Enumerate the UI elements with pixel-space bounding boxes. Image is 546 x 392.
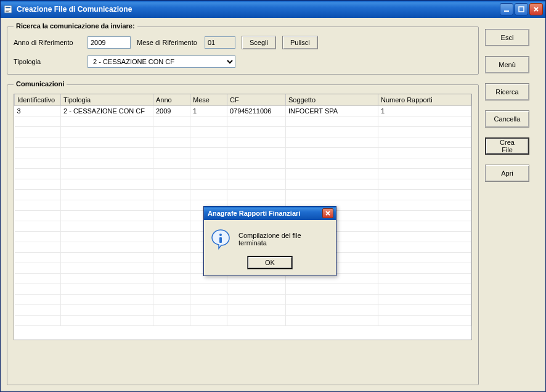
cell-soggetto: INFOCERT SPA xyxy=(286,105,378,116)
cell-tipologia: 2 - CESSAZIONE CON CF xyxy=(61,105,153,116)
svg-rect-5 xyxy=(504,10,509,12)
table-row: . xyxy=(15,158,471,168)
cell-cf: 07945211006 xyxy=(227,105,286,116)
tipologia-select[interactable]: 2 - CESSAZIONE CON CF xyxy=(88,55,235,68)
mese-label: Mese di Riferimento xyxy=(137,39,198,46)
minimize-button[interactable] xyxy=(500,3,513,15)
table-row: . xyxy=(15,294,471,304)
search-legend: Ricerca la comunicazione da inviare: xyxy=(14,22,137,30)
cell-id: 3 xyxy=(15,105,61,116)
table-row: . xyxy=(15,168,471,179)
col-soggetto[interactable]: Soggetto xyxy=(286,94,378,105)
svg-point-11 xyxy=(219,234,222,236)
dialog-titlebar[interactable]: Anagrafe Rapporti Finanziari xyxy=(204,206,336,220)
info-icon xyxy=(210,229,231,250)
close-button[interactable] xyxy=(529,3,543,15)
cancella-button[interactable]: Cancella xyxy=(485,110,529,128)
main-window: Creazione File di Comunicazione Ricerca … xyxy=(0,0,546,392)
svg-rect-4 xyxy=(6,11,9,12)
dialog-ok-button[interactable]: OK xyxy=(247,256,293,269)
client-area: Ricerca la comunicazione da inviare: Ann… xyxy=(1,18,545,391)
apri-button[interactable]: Apri xyxy=(485,165,529,182)
esci-button[interactable]: Esci xyxy=(485,29,529,46)
search-groupbox: Ricerca la comunicazione da inviare: Ann… xyxy=(7,27,479,75)
cell-anno: 2009 xyxy=(153,105,190,116)
svg-rect-6 xyxy=(519,7,524,12)
col-identificativo[interactable]: Identificativo xyxy=(15,94,61,105)
row-tipologia: Tipologia 2 - CESSAZIONE CON CF xyxy=(14,55,472,68)
table-row: . xyxy=(15,304,471,315)
cell-num: 1 xyxy=(378,105,471,116)
anno-input[interactable] xyxy=(88,36,131,49)
app-icon xyxy=(3,4,13,14)
col-tipologia[interactable]: Tipologia xyxy=(61,94,153,105)
col-cf[interactable]: CF xyxy=(227,94,286,105)
pulisci-button[interactable]: Pulisci xyxy=(282,36,318,49)
col-anno[interactable]: Anno xyxy=(153,94,190,105)
dialog-footer: OK xyxy=(204,256,336,276)
svg-rect-12 xyxy=(219,237,222,243)
table-header-row: Identificativo Tipologia Anno Mese CF So… xyxy=(15,94,471,105)
scegli-button[interactable]: Scegli xyxy=(242,36,276,49)
ricerca-button[interactable]: Ricerca xyxy=(485,83,529,100)
table-row: . xyxy=(15,147,471,158)
cell-mese: 1 xyxy=(190,105,227,116)
mese-input[interactable] xyxy=(205,36,235,49)
maximize-button[interactable] xyxy=(515,3,528,15)
titlebar[interactable]: Creazione File di Comunicazione xyxy=(1,1,545,18)
table-row[interactable]: 3 2 - CESSAZIONE CON CF 2009 1 079452110… xyxy=(15,105,471,116)
col-mese[interactable]: Mese xyxy=(190,94,227,105)
anno-label: Anno di Riferimento xyxy=(14,39,81,46)
col-numero-rapporti[interactable]: Numero Rapporti xyxy=(378,94,471,105)
table-row: . xyxy=(15,126,471,137)
info-dialog: Anagrafe Rapporti Finanziari Compilazion… xyxy=(203,206,336,276)
window-title: Creazione File di Comunicazione xyxy=(17,5,499,14)
row-anno-mese: Anno di Riferimento Mese di Riferimento … xyxy=(14,36,472,49)
table-row: . xyxy=(15,284,471,294)
menu-button[interactable]: Menù xyxy=(485,56,529,73)
table-row: . xyxy=(15,189,471,200)
dialog-body: Compilazione del file terminata xyxy=(204,220,336,256)
sidebar: Esci Menù Ricerca Cancella Crea File Apr… xyxy=(485,27,539,385)
crea-file-button[interactable]: Crea File xyxy=(485,137,529,155)
table-row: . xyxy=(15,137,471,147)
dialog-title: Anagrafe Rapporti Finanziari xyxy=(206,210,322,217)
grid-legend: Comunicazioni xyxy=(14,80,67,88)
table-row: . xyxy=(15,116,471,126)
svg-rect-3 xyxy=(6,10,10,10)
dialog-message: Compilazione del file terminata xyxy=(238,232,330,247)
table-row: . xyxy=(15,315,471,325)
svg-rect-2 xyxy=(6,9,10,9)
svg-rect-1 xyxy=(6,7,10,8)
table-row: . xyxy=(15,179,471,189)
tipologia-label: Tipologia xyxy=(14,58,81,65)
dialog-close-button[interactable] xyxy=(322,208,333,218)
